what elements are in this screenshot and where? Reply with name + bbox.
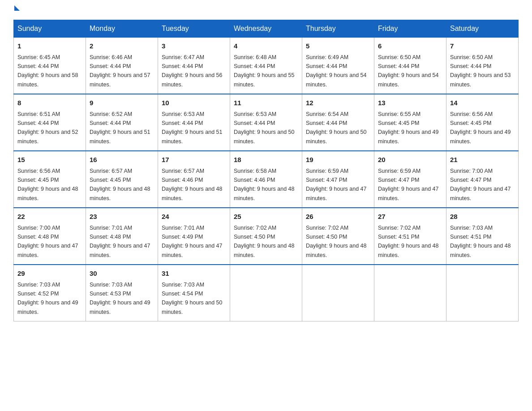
day-info: Sunrise: 6:59 AMSunset: 4:47 PMDaylight:… [378, 168, 439, 201]
day-info: Sunrise: 6:52 AMSunset: 4:44 PMDaylight:… [90, 111, 150, 145]
calendar-cell: 11 Sunrise: 6:53 AMSunset: 4:44 PMDaylig… [230, 94, 302, 151]
day-number: 3 [162, 41, 226, 51]
calendar-cell: 8 Sunrise: 6:51 AMSunset: 4:44 PMDayligh… [14, 94, 86, 151]
day-info: Sunrise: 6:51 AMSunset: 4:44 PMDaylight:… [17, 111, 78, 145]
calendar-cell: 17 Sunrise: 6:57 AMSunset: 4:46 PMDaylig… [158, 151, 230, 208]
calendar-cell: 31 Sunrise: 7:03 AMSunset: 4:54 PMDaylig… [158, 265, 230, 321]
calendar-week-row: 29 Sunrise: 7:03 AMSunset: 4:52 PMDaylig… [14, 265, 519, 321]
day-number: 8 [17, 98, 82, 108]
day-number: 31 [162, 269, 226, 279]
day-number: 29 [17, 269, 82, 279]
calendar-cell: 23 Sunrise: 7:01 AMSunset: 4:48 PMDaylig… [86, 208, 158, 265]
calendar-cell: 1 Sunrise: 6:45 AMSunset: 4:44 PMDayligh… [14, 38, 86, 94]
calendar-cell: 24 Sunrise: 7:01 AMSunset: 4:49 PMDaylig… [158, 208, 230, 265]
calendar-cell: 30 Sunrise: 7:03 AMSunset: 4:53 PMDaylig… [86, 265, 158, 321]
day-number: 30 [90, 269, 154, 279]
day-number: 17 [162, 155, 226, 165]
calendar-cell: 27 Sunrise: 7:02 AMSunset: 4:51 PMDaylig… [374, 208, 446, 265]
day-number: 10 [162, 98, 226, 108]
weekday-header-tuesday: Tuesday [158, 20, 230, 38]
day-info: Sunrise: 7:00 AMSunset: 4:48 PMDaylight:… [17, 225, 78, 258]
calendar-week-row: 1 Sunrise: 6:45 AMSunset: 4:44 PMDayligh… [14, 38, 519, 94]
calendar-cell: 28 Sunrise: 7:03 AMSunset: 4:51 PMDaylig… [446, 208, 519, 265]
calendar-cell: 10 Sunrise: 6:53 AMSunset: 4:44 PMDaylig… [158, 94, 230, 151]
calendar-cell: 29 Sunrise: 7:03 AMSunset: 4:52 PMDaylig… [14, 265, 86, 321]
day-number: 9 [90, 98, 154, 108]
weekday-header-saturday: Saturday [446, 20, 519, 38]
calendar-cell [374, 265, 446, 321]
day-info: Sunrise: 7:01 AMSunset: 4:48 PMDaylight:… [90, 225, 150, 258]
calendar-cell: 22 Sunrise: 7:00 AMSunset: 4:48 PMDaylig… [14, 208, 86, 265]
day-number: 7 [450, 41, 515, 51]
day-info: Sunrise: 6:57 AMSunset: 4:46 PMDaylight:… [162, 168, 223, 201]
calendar-cell: 18 Sunrise: 6:58 AMSunset: 4:46 PMDaylig… [230, 151, 302, 208]
day-info: Sunrise: 6:45 AMSunset: 4:44 PMDaylight:… [17, 54, 78, 88]
day-info: Sunrise: 7:02 AMSunset: 4:50 PMDaylight:… [306, 225, 367, 258]
day-number: 21 [450, 155, 515, 165]
day-info: Sunrise: 6:55 AMSunset: 4:45 PMDaylight:… [378, 111, 439, 145]
day-info: Sunrise: 6:48 AMSunset: 4:44 PMDaylight:… [234, 54, 295, 88]
day-info: Sunrise: 7:03 AMSunset: 4:53 PMDaylight:… [90, 282, 150, 315]
logo-triangle-icon [14, 5, 20, 11]
calendar-cell: 3 Sunrise: 6:47 AMSunset: 4:44 PMDayligh… [158, 38, 230, 94]
day-number: 16 [90, 155, 154, 165]
calendar-cell: 14 Sunrise: 6:56 AMSunset: 4:45 PMDaylig… [446, 94, 519, 151]
day-number: 5 [306, 41, 370, 51]
day-info: Sunrise: 6:59 AMSunset: 4:47 PMDaylight:… [306, 168, 367, 201]
day-info: Sunrise: 7:02 AMSunset: 4:50 PMDaylight:… [234, 225, 295, 258]
day-number: 14 [450, 98, 515, 108]
calendar-cell: 19 Sunrise: 6:59 AMSunset: 4:47 PMDaylig… [302, 151, 374, 208]
day-number: 12 [306, 98, 370, 108]
calendar-cell: 16 Sunrise: 6:57 AMSunset: 4:45 PMDaylig… [86, 151, 158, 208]
day-info: Sunrise: 7:01 AMSunset: 4:49 PMDaylight:… [162, 225, 223, 258]
day-info: Sunrise: 6:53 AMSunset: 4:44 PMDaylight:… [162, 111, 223, 145]
day-info: Sunrise: 7:03 AMSunset: 4:52 PMDaylight:… [17, 282, 78, 315]
day-number: 24 [162, 212, 226, 222]
weekday-header-monday: Monday [86, 20, 158, 38]
calendar-cell: 7 Sunrise: 6:50 AMSunset: 4:44 PMDayligh… [446, 38, 519, 94]
day-number: 28 [450, 212, 515, 222]
day-number: 15 [17, 155, 82, 165]
day-info: Sunrise: 6:47 AMSunset: 4:44 PMDaylight:… [162, 54, 223, 88]
calendar-cell: 9 Sunrise: 6:52 AMSunset: 4:44 PMDayligh… [86, 94, 158, 151]
weekday-header-friday: Friday [374, 20, 446, 38]
day-number: 1 [17, 41, 82, 51]
calendar-cell: 12 Sunrise: 6:54 AMSunset: 4:44 PMDaylig… [302, 94, 374, 151]
calendar-table: SundayMondayTuesdayWednesdayThursdayFrid… [13, 20, 519, 321]
calendar-cell: 20 Sunrise: 6:59 AMSunset: 4:47 PMDaylig… [374, 151, 446, 208]
day-number: 19 [306, 155, 370, 165]
day-number: 25 [234, 212, 298, 222]
day-info: Sunrise: 7:03 AMSunset: 4:54 PMDaylight:… [162, 282, 223, 315]
calendar-cell: 2 Sunrise: 6:46 AMSunset: 4:44 PMDayligh… [86, 38, 158, 94]
calendar-cell [446, 265, 519, 321]
day-info: Sunrise: 6:57 AMSunset: 4:45 PMDaylight:… [90, 168, 150, 201]
day-info: Sunrise: 7:03 AMSunset: 4:51 PMDaylight:… [450, 225, 511, 258]
page-header [13, 9, 519, 11]
day-number: 2 [90, 41, 154, 51]
day-info: Sunrise: 6:49 AMSunset: 4:44 PMDaylight:… [306, 54, 367, 88]
calendar-cell: 5 Sunrise: 6:49 AMSunset: 4:44 PMDayligh… [302, 38, 374, 94]
day-number: 4 [234, 41, 298, 51]
weekday-header-thursday: Thursday [302, 20, 374, 38]
day-number: 13 [378, 98, 442, 108]
day-number: 20 [378, 155, 442, 165]
day-info: Sunrise: 7:02 AMSunset: 4:51 PMDaylight:… [378, 225, 439, 258]
day-info: Sunrise: 6:50 AMSunset: 4:44 PMDaylight:… [378, 54, 439, 88]
day-info: Sunrise: 6:50 AMSunset: 4:44 PMDaylight:… [450, 54, 511, 88]
day-info: Sunrise: 6:56 AMSunset: 4:45 PMDaylight:… [17, 168, 78, 201]
day-number: 11 [234, 98, 298, 108]
day-info: Sunrise: 7:00 AMSunset: 4:47 PMDaylight:… [450, 168, 511, 201]
calendar-cell: 4 Sunrise: 6:48 AMSunset: 4:44 PMDayligh… [230, 38, 302, 94]
day-info: Sunrise: 6:53 AMSunset: 4:44 PMDaylight:… [234, 111, 295, 145]
calendar-week-row: 15 Sunrise: 6:56 AMSunset: 4:45 PMDaylig… [14, 151, 519, 208]
day-number: 6 [378, 41, 442, 51]
day-number: 22 [17, 212, 82, 222]
calendar-week-row: 22 Sunrise: 7:00 AMSunset: 4:48 PMDaylig… [14, 208, 519, 265]
logo [13, 9, 20, 11]
calendar-header-row: SundayMondayTuesdayWednesdayThursdayFrid… [14, 20, 519, 38]
day-number: 26 [306, 212, 370, 222]
day-number: 23 [90, 212, 154, 222]
calendar-cell [302, 265, 374, 321]
calendar-cell: 25 Sunrise: 7:02 AMSunset: 4:50 PMDaylig… [230, 208, 302, 265]
day-info: Sunrise: 6:54 AMSunset: 4:44 PMDaylight:… [306, 111, 367, 145]
